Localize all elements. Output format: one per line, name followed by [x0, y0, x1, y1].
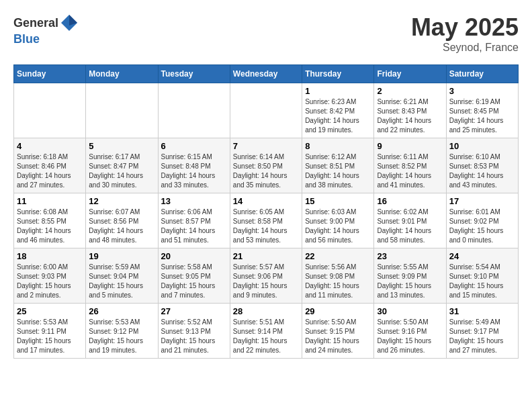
- day-number: 11: [17, 196, 83, 206]
- day-number: 4: [17, 141, 83, 151]
- calendar-cell: 15Sunrise: 6:03 AM Sunset: 9:00 PM Dayli…: [302, 193, 374, 248]
- day-info: Sunrise: 6:14 AM Sunset: 8:50 PM Dayligh…: [233, 152, 299, 190]
- calendar-cell: 16Sunrise: 6:02 AM Sunset: 9:01 PM Dayli…: [374, 193, 446, 248]
- day-number: 14: [233, 196, 299, 206]
- day-number: 21: [233, 251, 299, 261]
- day-info: Sunrise: 6:03 AM Sunset: 9:00 PM Dayligh…: [305, 208, 371, 245]
- header-cell-thursday: Thursday: [302, 65, 374, 83]
- day-info: Sunrise: 5:52 AM Sunset: 9:13 PM Dayligh…: [161, 318, 227, 355]
- header-cell-saturday: Saturday: [446, 65, 518, 83]
- calendar-cell: 1Sunrise: 6:23 AM Sunset: 8:42 PM Daylig…: [302, 83, 374, 138]
- day-info: Sunrise: 5:53 AM Sunset: 9:11 PM Dayligh…: [17, 318, 83, 355]
- calendar-cell: 6Sunrise: 6:15 AM Sunset: 8:48 PM Daylig…: [158, 138, 230, 193]
- calendar-cell: 23Sunrise: 5:55 AM Sunset: 9:09 PM Dayli…: [374, 248, 446, 304]
- day-info: Sunrise: 6:12 AM Sunset: 8:51 PM Dayligh…: [305, 152, 371, 190]
- calendar-cell: [158, 83, 230, 138]
- calendar-table: SundayMondayTuesdayWednesdayThursdayFrid…: [13, 64, 519, 359]
- day-info: Sunrise: 6:01 AM Sunset: 9:02 PM Dayligh…: [449, 208, 515, 245]
- day-info: Sunrise: 6:19 AM Sunset: 8:45 PM Dayligh…: [449, 97, 515, 135]
- day-info: Sunrise: 5:57 AM Sunset: 9:06 PM Dayligh…: [233, 263, 299, 300]
- calendar-cell: 21Sunrise: 5:57 AM Sunset: 9:06 PM Dayli…: [230, 248, 302, 304]
- calendar-cell: 11Sunrise: 6:08 AM Sunset: 8:55 PM Dayli…: [14, 193, 86, 248]
- logo-general: General: [13, 16, 58, 30]
- day-info: Sunrise: 6:23 AM Sunset: 8:42 PM Dayligh…: [305, 97, 371, 135]
- calendar-week-2: 4Sunrise: 6:18 AM Sunset: 8:46 PM Daylig…: [14, 138, 519, 193]
- calendar-cell: 25Sunrise: 5:53 AM Sunset: 9:11 PM Dayli…: [14, 304, 86, 359]
- day-number: 25: [17, 306, 83, 316]
- calendar-cell: 20Sunrise: 5:58 AM Sunset: 9:05 PM Dayli…: [158, 248, 230, 304]
- header-cell-sunday: Sunday: [14, 65, 86, 83]
- calendar-cell: 4Sunrise: 6:18 AM Sunset: 8:46 PM Daylig…: [14, 138, 86, 193]
- calendar-cell: 17Sunrise: 6:01 AM Sunset: 9:02 PM Dayli…: [446, 193, 518, 248]
- day-number: 7: [233, 141, 299, 151]
- day-info: Sunrise: 6:05 AM Sunset: 8:58 PM Dayligh…: [233, 208, 299, 245]
- page-header: General Blue May 2025 Seynod, France: [13, 13, 519, 54]
- day-info: Sunrise: 5:58 AM Sunset: 9:05 PM Dayligh…: [161, 263, 227, 300]
- calendar-cell: 12Sunrise: 6:07 AM Sunset: 8:56 PM Dayli…: [86, 193, 158, 248]
- title-block: May 2025 Seynod, France: [411, 13, 519, 54]
- day-number: 22: [305, 251, 371, 261]
- calendar-cell: 14Sunrise: 6:05 AM Sunset: 8:58 PM Dayli…: [230, 193, 302, 248]
- day-info: Sunrise: 5:49 AM Sunset: 9:17 PM Dayligh…: [449, 318, 515, 355]
- header-cell-tuesday: Tuesday: [158, 65, 230, 83]
- day-info: Sunrise: 5:51 AM Sunset: 9:14 PM Dayligh…: [233, 318, 299, 355]
- calendar-cell: 29Sunrise: 5:50 AM Sunset: 9:15 PM Dayli…: [302, 304, 374, 359]
- calendar-cell: 28Sunrise: 5:51 AM Sunset: 9:14 PM Dayli…: [230, 304, 302, 359]
- logo-icon: [60, 13, 79, 32]
- calendar-cell: 2Sunrise: 6:21 AM Sunset: 8:43 PM Daylig…: [374, 83, 446, 138]
- day-info: Sunrise: 6:15 AM Sunset: 8:48 PM Dayligh…: [161, 152, 227, 190]
- day-number: 13: [161, 196, 227, 206]
- day-info: Sunrise: 5:56 AM Sunset: 9:08 PM Dayligh…: [305, 263, 371, 300]
- day-info: Sunrise: 6:07 AM Sunset: 8:56 PM Dayligh…: [89, 208, 154, 245]
- calendar-cell: 10Sunrise: 6:10 AM Sunset: 8:53 PM Dayli…: [446, 138, 518, 193]
- calendar-cell: 5Sunrise: 6:17 AM Sunset: 8:47 PM Daylig…: [86, 138, 158, 193]
- location: Seynod, France: [411, 42, 519, 54]
- day-number: 29: [305, 306, 371, 316]
- header-cell-wednesday: Wednesday: [230, 65, 302, 83]
- day-info: Sunrise: 6:11 AM Sunset: 8:52 PM Dayligh…: [377, 152, 443, 190]
- day-info: Sunrise: 5:53 AM Sunset: 9:12 PM Dayligh…: [89, 318, 154, 355]
- day-number: 31: [449, 306, 515, 316]
- calendar-cell: 13Sunrise: 6:06 AM Sunset: 8:57 PM Dayli…: [158, 193, 230, 248]
- day-info: Sunrise: 6:00 AM Sunset: 9:03 PM Dayligh…: [17, 263, 83, 300]
- calendar-cell: 27Sunrise: 5:52 AM Sunset: 9:13 PM Dayli…: [158, 304, 230, 359]
- calendar-header: SundayMondayTuesdayWednesdayThursdayFrid…: [14, 65, 519, 83]
- day-number: 27: [161, 306, 227, 316]
- day-number: 28: [233, 306, 299, 316]
- calendar-body: 1Sunrise: 6:23 AM Sunset: 8:42 PM Daylig…: [14, 83, 519, 359]
- day-number: 16: [377, 196, 443, 206]
- calendar-cell: 8Sunrise: 6:12 AM Sunset: 8:51 PM Daylig…: [302, 138, 374, 193]
- calendar-cell: 3Sunrise: 6:19 AM Sunset: 8:45 PM Daylig…: [446, 83, 518, 138]
- day-number: 2: [377, 86, 443, 96]
- calendar-cell: 19Sunrise: 5:59 AM Sunset: 9:04 PM Dayli…: [86, 248, 158, 304]
- day-number: 10: [449, 141, 515, 151]
- day-number: 17: [449, 196, 515, 206]
- calendar-cell: 31Sunrise: 5:49 AM Sunset: 9:17 PM Dayli…: [446, 304, 518, 359]
- day-number: 30: [377, 306, 443, 316]
- calendar-cell: 9Sunrise: 6:11 AM Sunset: 8:52 PM Daylig…: [374, 138, 446, 193]
- day-info: Sunrise: 6:17 AM Sunset: 8:47 PM Dayligh…: [89, 152, 154, 190]
- day-info: Sunrise: 5:50 AM Sunset: 9:15 PM Dayligh…: [305, 318, 371, 355]
- calendar-cell: [230, 83, 302, 138]
- day-number: 12: [89, 196, 154, 206]
- day-number: 15: [305, 196, 371, 206]
- logo: General Blue: [13, 13, 79, 46]
- day-info: Sunrise: 6:21 AM Sunset: 8:43 PM Dayligh…: [377, 97, 443, 135]
- calendar-cell: [86, 83, 158, 138]
- day-info: Sunrise: 6:02 AM Sunset: 9:01 PM Dayligh…: [377, 208, 443, 245]
- day-info: Sunrise: 6:18 AM Sunset: 8:46 PM Dayligh…: [17, 152, 83, 190]
- calendar-cell: 22Sunrise: 5:56 AM Sunset: 9:08 PM Dayli…: [302, 248, 374, 304]
- day-number: 5: [89, 141, 154, 151]
- day-number: 18: [17, 251, 83, 261]
- calendar-cell: 30Sunrise: 5:50 AM Sunset: 9:16 PM Dayli…: [374, 304, 446, 359]
- day-number: 6: [161, 141, 227, 151]
- header-row: SundayMondayTuesdayWednesdayThursdayFrid…: [14, 65, 519, 83]
- calendar-cell: 7Sunrise: 6:14 AM Sunset: 8:50 PM Daylig…: [230, 138, 302, 193]
- day-info: Sunrise: 6:10 AM Sunset: 8:53 PM Dayligh…: [449, 152, 515, 190]
- day-info: Sunrise: 6:08 AM Sunset: 8:55 PM Dayligh…: [17, 208, 83, 245]
- day-number: 9: [377, 141, 443, 151]
- day-info: Sunrise: 6:06 AM Sunset: 8:57 PM Dayligh…: [161, 208, 227, 245]
- logo-blue: Blue: [13, 32, 40, 46]
- calendar-week-5: 25Sunrise: 5:53 AM Sunset: 9:11 PM Dayli…: [14, 304, 519, 359]
- calendar-cell: 26Sunrise: 5:53 AM Sunset: 9:12 PM Dayli…: [86, 304, 158, 359]
